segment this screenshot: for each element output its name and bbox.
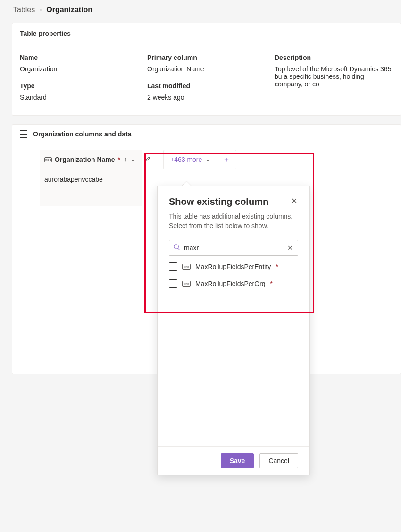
breadcrumb-current: Organization bbox=[46, 6, 92, 14]
cancel-button[interactable]: Cancel bbox=[259, 453, 298, 468]
description-label: Description bbox=[275, 54, 393, 61]
name-label: Name bbox=[20, 54, 147, 61]
search-input[interactable] bbox=[184, 244, 283, 252]
column-option-maxrollupfieldsperentity[interactable]: 123 MaxRollupFieldsPerEntity * bbox=[169, 262, 298, 271]
popup-title: Show existing column bbox=[169, 196, 268, 207]
edit-column-icon[interactable] bbox=[144, 156, 151, 164]
more-columns-button[interactable]: +463 more ⌄ bbox=[164, 150, 217, 169]
type-label: Type bbox=[20, 82, 147, 90]
checkbox[interactable] bbox=[169, 279, 177, 288]
breadcrumb-root[interactable]: Tables bbox=[13, 6, 35, 14]
columns-data-title: Organization columns and data bbox=[33, 130, 131, 138]
required-star-icon: * bbox=[276, 263, 278, 270]
show-existing-column-popup: Show existing column ✕ This table has ad… bbox=[157, 186, 310, 475]
last-modified-label: Last modified bbox=[147, 82, 275, 90]
required-star-icon: * bbox=[118, 156, 120, 163]
more-columns-box: +463 more ⌄ ＋ bbox=[163, 150, 236, 169]
required-star-icon: * bbox=[270, 280, 273, 287]
chevron-down-icon: ⌄ bbox=[206, 157, 210, 163]
checkbox[interactable] bbox=[169, 262, 177, 271]
close-icon: ✕ bbox=[287, 244, 293, 252]
search-box[interactable]: ✕ bbox=[169, 240, 298, 256]
table-row[interactable] bbox=[40, 189, 142, 206]
number-field-icon: 123 bbox=[182, 281, 191, 287]
chevron-right-icon: › bbox=[40, 7, 42, 13]
table-properties-card: Table properties Name Organization Type … bbox=[12, 23, 401, 116]
svg-point-0 bbox=[174, 245, 178, 249]
option-label: MaxRollupFieldsPerEntity bbox=[195, 263, 271, 270]
table-row[interactable]: aurorabapenvccabe bbox=[40, 169, 142, 189]
svg-line-1 bbox=[178, 249, 179, 250]
primary-column-value: Organization Name bbox=[147, 65, 275, 73]
more-columns-label: +463 more bbox=[170, 156, 202, 163]
description-value: Top level of the Microsoft Dynamics 365 … bbox=[275, 65, 393, 88]
plus-icon: ＋ bbox=[223, 155, 230, 165]
breadcrumb: Tables › Organization bbox=[0, 0, 401, 19]
column-option-maxrollupfieldsperorg[interactable]: 123 MaxRollupFieldsPerOrg * bbox=[169, 279, 298, 288]
type-value: Standard bbox=[20, 93, 147, 101]
table-grid-icon bbox=[20, 130, 27, 138]
text-field-icon: Abc bbox=[44, 157, 52, 162]
add-column-button[interactable]: ＋ bbox=[217, 150, 236, 169]
clear-search-button[interactable]: ✕ bbox=[286, 244, 294, 252]
column-header-label: Organization Name bbox=[55, 156, 115, 163]
option-label: MaxRollupFieldsPerOrg bbox=[195, 280, 266, 287]
close-icon: ✕ bbox=[291, 197, 297, 205]
cell-value: aurorabapenvccabe bbox=[44, 176, 103, 183]
search-icon bbox=[173, 244, 180, 252]
number-field-icon: 123 bbox=[182, 264, 191, 270]
column-header-organization-name[interactable]: Abc Organization Name * ↑ ⌄ bbox=[40, 150, 142, 169]
popup-description: This table has additional existing colum… bbox=[169, 212, 298, 230]
close-button[interactable]: ✕ bbox=[290, 196, 298, 206]
table-properties-title: Table properties bbox=[12, 23, 401, 44]
save-button[interactable]: Save bbox=[221, 453, 254, 468]
name-value: Organization bbox=[20, 65, 147, 73]
sort-ascending-icon: ↑ bbox=[124, 156, 127, 163]
primary-column-label: Primary column bbox=[147, 54, 275, 61]
last-modified-value: 2 weeks ago bbox=[147, 93, 275, 101]
chevron-down-icon: ⌄ bbox=[131, 157, 135, 163]
